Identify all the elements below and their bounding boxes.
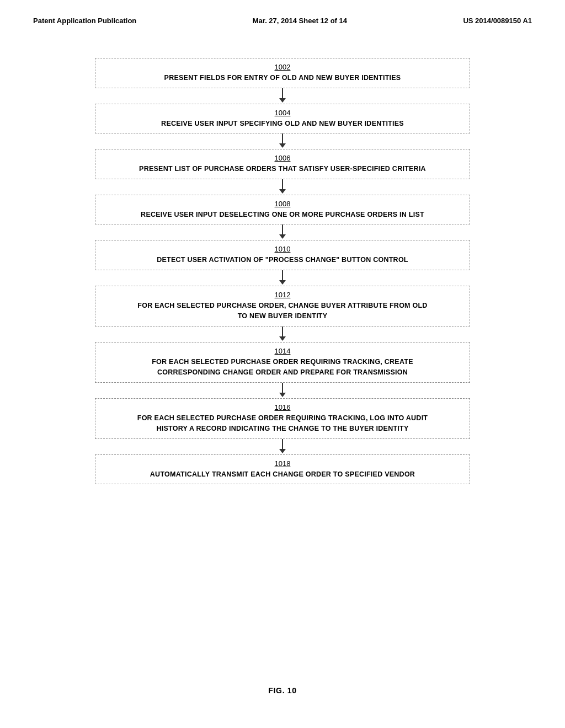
step-number-1012: 1012 <box>103 291 462 299</box>
step-text-1016: FOR EACH SELECTED PURCHASE ORDER REQUIRI… <box>137 414 428 433</box>
step-text-1002: PRESENT FIELDS FOR ENTRY OF OLD AND NEW … <box>164 74 401 82</box>
header-middle: Mar. 27, 2014 Sheet 12 of 14 <box>253 17 347 25</box>
step-number-1010: 1010 <box>103 245 462 253</box>
step-text-1014: FOR EACH SELECTED PURCHASE ORDER REQUIRI… <box>152 358 413 377</box>
step-number-1016: 1016 <box>103 403 462 411</box>
step-text-1008: RECEIVE USER INPUT DESELECTING ONE OR MO… <box>141 211 424 218</box>
flow-box-1014: 1014FOR EACH SELECTED PURCHASE ORDER REQ… <box>95 342 470 383</box>
arrow-1008 <box>279 224 286 240</box>
step-text-1010: DETECT USER ACTIVATION OF "PROCESS CHANG… <box>157 256 408 264</box>
header-right: US 2014/0089150 A1 <box>463 17 532 25</box>
flow-box-1016: 1016FOR EACH SELECTED PURCHASE ORDER REQ… <box>95 398 470 439</box>
flow-box-1006: 1006PRESENT LIST OF PURCHASE ORDERS THAT… <box>95 149 470 179</box>
arrow-1004 <box>279 133 286 149</box>
arrow-1014 <box>279 383 286 398</box>
flow-box-1002: 1002PRESENT FIELDS FOR ENTRY OF OLD AND … <box>95 58 470 88</box>
arrow-1006 <box>279 179 286 195</box>
flow-box-1010: 1010DETECT USER ACTIVATION OF "PROCESS C… <box>95 240 470 270</box>
step-number-1006: 1006 <box>103 154 462 162</box>
arrow-1010 <box>279 270 286 286</box>
step-number-1014: 1014 <box>103 347 462 355</box>
step-number-1008: 1008 <box>103 200 462 208</box>
flow-box-1004: 1004RECEIVE USER INPUT SPECIFYING OLD AN… <box>95 104 470 134</box>
step-text-1004: RECEIVE USER INPUT SPECIFYING OLD AND NE… <box>161 120 404 127</box>
flow-box-1018: 1018AUTOMATICALLY TRANSMIT EACH CHANGE O… <box>95 454 470 485</box>
arrow-1012 <box>279 326 286 342</box>
step-text-1012: FOR EACH SELECTED PURCHASE ORDER, CHANGE… <box>137 302 427 320</box>
flow-box-1012: 1012FOR EACH SELECTED PURCHASE ORDER, CH… <box>95 286 470 326</box>
step-number-1018: 1018 <box>103 459 462 468</box>
arrow-1002 <box>279 88 286 104</box>
step-number-1004: 1004 <box>103 109 462 117</box>
arrow-1016 <box>279 439 286 454</box>
page-header: Patent Application Publication Mar. 27, … <box>0 0 565 36</box>
step-text-1018: AUTOMATICALLY TRANSMIT EACH CHANGE ORDER… <box>150 470 415 478</box>
flow-box-1008: 1008RECEIVE USER INPUT DESELECTING ONE O… <box>95 195 470 225</box>
flowchart: 1002PRESENT FIELDS FOR ENTRY OF OLD AND … <box>0 36 565 484</box>
figure-label: FIG. 10 <box>268 686 297 695</box>
header-left: Patent Application Publication <box>33 17 136 25</box>
step-text-1006: PRESENT LIST OF PURCHASE ORDERS THAT SAT… <box>139 165 426 173</box>
step-number-1002: 1002 <box>103 63 462 71</box>
